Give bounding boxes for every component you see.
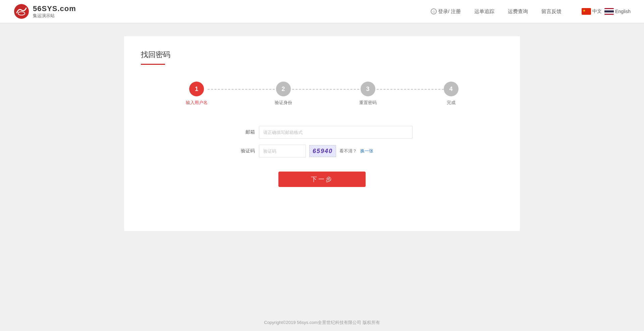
captcha-image[interactable]: 65940	[309, 145, 336, 157]
language-switcher: 中文 English	[582, 8, 631, 15]
page-title: 找回密码	[141, 50, 503, 60]
captcha-group: 65940 看不清？ 换一张	[259, 145, 413, 157]
email-row: 邮箱	[231, 126, 413, 139]
captcha-row: 验证码 65940 看不清？ 换一张	[231, 145, 413, 157]
step-1-label: 输入用户名	[186, 100, 208, 106]
step-3-label: 重置密码	[359, 100, 377, 106]
email-input[interactable]	[259, 126, 413, 139]
step-3-circle: 3	[361, 82, 375, 96]
person-icon: ⊙	[431, 8, 437, 14]
step-connector-1	[208, 89, 275, 90]
footer: Copyright©2019 56sys.com全景世纪科技有限公司 版权所有	[0, 314, 644, 331]
step-2-circle: 2	[276, 82, 291, 96]
step-2-label: 验证身份	[275, 100, 292, 106]
lang-chinese-label: 中文	[592, 8, 602, 14]
step-1-circle: 1	[189, 82, 204, 96]
lang-english-label: English	[615, 9, 631, 14]
step-connector-3	[377, 89, 444, 90]
step-2: 2 验证身份	[275, 82, 292, 106]
logo-icon	[13, 3, 30, 19]
submit-button[interactable]: 下一步	[278, 172, 366, 187]
email-label: 邮箱	[231, 129, 255, 135]
captcha-input[interactable]	[259, 145, 306, 157]
title-underline	[141, 64, 165, 65]
nav-login[interactable]: ⊙ 登录/ 注册	[431, 8, 461, 15]
logo-subtitle: 集运演示站	[33, 13, 76, 18]
captcha-hint-text: 看不清？	[339, 148, 357, 154]
nav-freight[interactable]: 运费查询	[508, 8, 528, 15]
header: 56SYS.com 集运演示站 ⊙ 登录/ 注册 运单追踪 运费查询 留言反馈 …	[0, 0, 644, 23]
flag-cn-icon	[582, 8, 591, 15]
lang-chinese[interactable]: 中文	[582, 8, 602, 15]
captcha-label: 验证码	[231, 148, 255, 154]
main-nav: ⊙ 登录/ 注册 运单追踪 运费查询 留言反馈 中文 English	[431, 8, 631, 15]
step-1: 1 输入用户名	[186, 82, 208, 106]
captcha-code-display: 65940	[313, 148, 333, 155]
steps-container: 1 输入用户名 2 验证身份 3 重置密码 4	[141, 82, 503, 106]
step-4: 4 完成	[444, 82, 459, 106]
step-4-label: 完成	[447, 100, 455, 106]
step-4-circle: 4	[444, 82, 459, 96]
logo-text: 56SYS.com 集运演示站	[33, 4, 76, 18]
step-3: 3 重置密码	[359, 82, 377, 106]
flag-th-icon	[604, 8, 614, 15]
lang-english[interactable]: English	[604, 8, 631, 15]
captcha-refresh-link[interactable]: 换一张	[360, 148, 373, 154]
logo-brand: 56SYS.com	[33, 4, 76, 13]
step-connector-2	[292, 89, 359, 90]
footer-copyright: Copyright©2019 56sys.com全景世纪科技有限公司 版权所有	[264, 320, 380, 326]
page-body: 找回密码 1 输入用户名 2 验证身份 3	[0, 23, 644, 314]
main-card: 找回密码 1 输入用户名 2 验证身份 3	[124, 36, 520, 231]
form-container: 邮箱 验证码 65940 看不清？ 换一张 下一步	[141, 126, 503, 187]
nav-tracking[interactable]: 运单追踪	[474, 8, 494, 15]
nav-feedback[interactable]: 留言反馈	[541, 8, 561, 15]
logo: 56SYS.com 集运演示站	[13, 3, 76, 19]
